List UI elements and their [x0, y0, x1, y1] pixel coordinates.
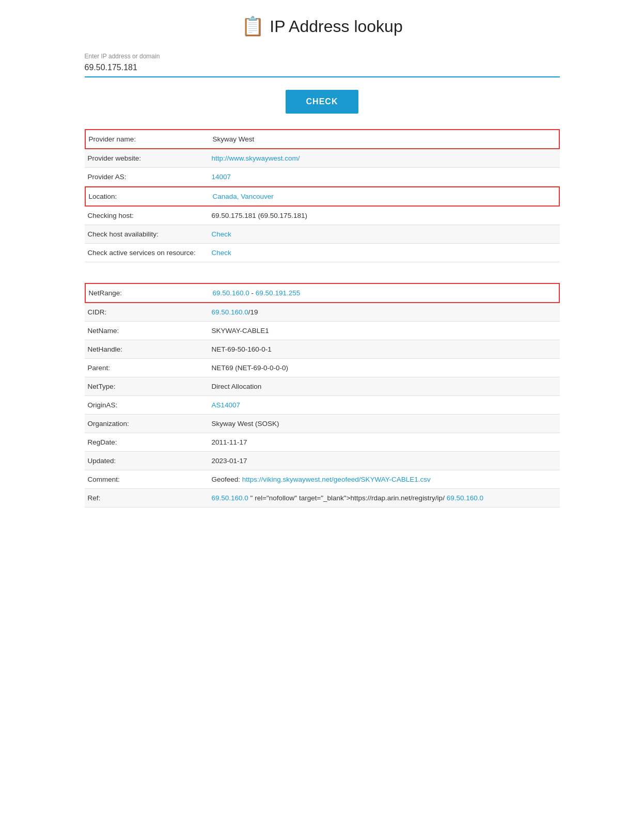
network-info-section: NetRange: 69.50.160.0 - 69.50.191.255 CI…: [85, 283, 560, 508]
ref-row: Ref: 69.50.160.0 " rel="nofollow" target…: [85, 489, 560, 508]
nethandle-row: NetHandle: NET-69-50-160-0-1: [85, 340, 560, 359]
location-label: Location:: [89, 193, 213, 200]
check-button[interactable]: CHECK: [286, 90, 359, 114]
ref-ip-link[interactable]: 69.50.160.0: [212, 494, 248, 502]
nettype-row: NetType: Direct Allocation: [85, 377, 560, 396]
organization-row: Organization: Skyway West (SOSK): [85, 415, 560, 433]
geofeed-link[interactable]: https://viking.skywaywest.net/geofeed/SK…: [242, 476, 431, 483]
provider-name-label: Provider name:: [89, 135, 213, 143]
input-label: Enter IP address or domain: [85, 53, 560, 60]
regdate-row: RegDate: 2011-11-17: [85, 433, 560, 452]
provider-as-link[interactable]: 14007: [212, 173, 231, 181]
cidr-value: 69.50.160.0/19: [212, 308, 258, 316]
ref-text: " rel="nofollow" target="_blank">https:/…: [250, 494, 445, 502]
netrange-row: NetRange: 69.50.160.0 - 69.50.191.255: [85, 283, 560, 303]
comment-row: Comment: Geofeed: https://viking.skywayw…: [85, 470, 560, 489]
comment-geofeed-text: Geofeed:: [212, 476, 242, 483]
provider-name-row: Provider name: Skyway West: [85, 129, 560, 149]
ref-label: Ref:: [88, 494, 212, 502]
provider-website-row: Provider website: http://www.skywaywest.…: [85, 149, 560, 168]
regdate-label: RegDate:: [88, 438, 212, 446]
check-active-services-link[interactable]: Check: [212, 249, 231, 257]
organization-label: Organization:: [88, 420, 212, 428]
check-host-availability-row: Check host availability: Check: [85, 225, 560, 244]
ref-value: 69.50.160.0 " rel="nofollow" target="_bl…: [212, 494, 483, 502]
page-icon: 📋: [241, 15, 264, 37]
netrange-separator: -: [252, 289, 256, 297]
netrange-label: NetRange:: [89, 289, 213, 297]
check-host-availability-label: Check host availability:: [88, 230, 212, 238]
page-header: 📋 IP Address lookup: [85, 10, 560, 37]
updated-value: 2023-01-17: [212, 457, 247, 465]
nethandle-value: NET-69-50-160-0-1: [212, 345, 272, 353]
cidr-link[interactable]: 69.50.160.0: [212, 308, 248, 316]
organization-value: Skyway West (SOSK): [212, 420, 279, 428]
checking-host-label: Checking host:: [88, 212, 212, 219]
check-host-availability-link[interactable]: Check: [212, 230, 231, 238]
location-value: Canada, Vancouver: [213, 193, 274, 200]
ip-input[interactable]: [85, 61, 560, 74]
provider-info-section: Provider name: Skyway West Provider webs…: [85, 129, 560, 262]
provider-name-value: Skyway West: [213, 135, 255, 143]
parent-value: NET69 (NET-69-0-0-0-0): [212, 364, 289, 372]
nettype-label: NetType:: [88, 383, 212, 390]
location-link[interactable]: Canada, Vancouver: [213, 193, 274, 200]
provider-website-value: http://www.skywaywest.com/: [212, 154, 300, 162]
checking-host-value: 69.50.175.181 (69.50.175.181): [212, 212, 307, 219]
updated-label: Updated:: [88, 457, 212, 465]
netname-row: NetName: SKYWAY-CABLE1: [85, 322, 560, 340]
provider-as-row: Provider AS: 14007: [85, 168, 560, 186]
location-row: Location: Canada, Vancouver: [85, 186, 560, 207]
originas-link[interactable]: AS14007: [212, 401, 241, 409]
ip-input-section: Enter IP address or domain: [85, 53, 560, 77]
cidr-suffix: /19: [248, 308, 258, 316]
parent-label: Parent:: [88, 364, 212, 372]
netname-value: SKYWAY-CABLE1: [212, 327, 269, 335]
netrange-value: 69.50.160.0 - 69.50.191.255: [213, 289, 301, 297]
provider-website-label: Provider website:: [88, 154, 212, 162]
updated-row: Updated: 2023-01-17: [85, 452, 560, 470]
provider-as-value: 14007: [212, 173, 231, 181]
ref-rdap-link[interactable]: 69.50.160.0: [447, 494, 483, 502]
check-active-services-label: Check active services on resource:: [88, 249, 212, 257]
comment-label: Comment:: [88, 476, 212, 483]
originas-row: OriginAS: AS14007: [85, 396, 560, 415]
check-host-availability-value: Check: [212, 230, 231, 238]
check-button-wrapper: CHECK: [85, 90, 560, 114]
nettype-value: Direct Allocation: [212, 383, 262, 390]
comment-value: Geofeed: https://viking.skywaywest.net/g…: [212, 476, 431, 483]
check-active-services-row: Check active services on resource: Check: [85, 244, 560, 262]
nethandle-label: NetHandle:: [88, 345, 212, 353]
section-gap: [85, 273, 560, 283]
netrange-start-link[interactable]: 69.50.160.0: [213, 289, 249, 297]
cidr-row: CIDR: 69.50.160.0/19: [85, 303, 560, 322]
provider-as-label: Provider AS:: [88, 173, 212, 181]
netname-label: NetName:: [88, 327, 212, 335]
provider-website-link[interactable]: http://www.skywaywest.com/: [212, 154, 300, 162]
originas-value: AS14007: [212, 401, 241, 409]
check-active-services-value: Check: [212, 249, 231, 257]
parent-row: Parent: NET69 (NET-69-0-0-0-0): [85, 359, 560, 377]
netrange-end-link[interactable]: 69.50.191.255: [256, 289, 300, 297]
checking-host-row: Checking host: 69.50.175.181 (69.50.175.…: [85, 207, 560, 225]
page-title: IP Address lookup: [270, 17, 402, 36]
originas-label: OriginAS:: [88, 401, 212, 409]
cidr-label: CIDR:: [88, 308, 212, 316]
regdate-value: 2011-11-17: [212, 438, 247, 446]
